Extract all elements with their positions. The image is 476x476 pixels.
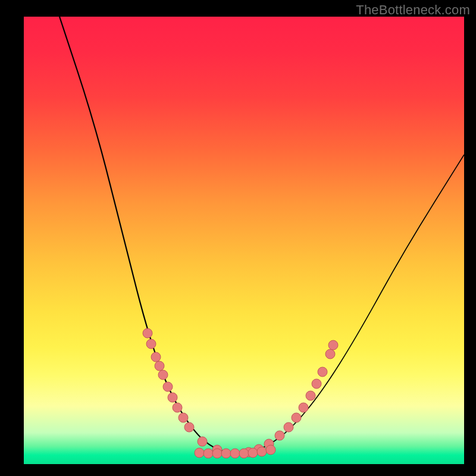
data-dot [257,447,267,456]
data-dot [221,449,231,458]
data-dot [184,422,194,432]
data-dot [292,413,301,422]
data-dot [284,422,293,432]
data-dot [178,413,188,422]
data-dot [230,449,240,458]
data-dot [151,352,161,362]
data-dot [312,379,321,389]
data-dot [195,448,204,458]
curve-left [60,17,235,453]
data-dot [239,449,249,458]
data-dot [212,449,222,458]
data-dot [325,349,335,359]
data-dot [203,449,213,458]
chart-frame: TheBottleneck.com [0,0,476,476]
data-dot [143,328,152,338]
data-dot [328,340,338,350]
data-dot [163,382,173,392]
data-dot [275,431,284,440]
bottleneck-curve [24,17,464,464]
data-dot [155,361,164,371]
data-dot [299,403,308,412]
data-dot [168,393,177,402]
data-dot [266,445,275,455]
data-dot [173,403,182,412]
curve-right [247,155,464,453]
data-dot [198,437,207,446]
data-dot [306,391,315,400]
data-dot [318,367,327,377]
plot-area [24,17,464,464]
data-dot [158,370,168,380]
data-dot [146,339,156,349]
data-dot [248,448,258,458]
data-dots [143,328,338,458]
watermark-text: TheBottleneck.com [356,2,470,18]
